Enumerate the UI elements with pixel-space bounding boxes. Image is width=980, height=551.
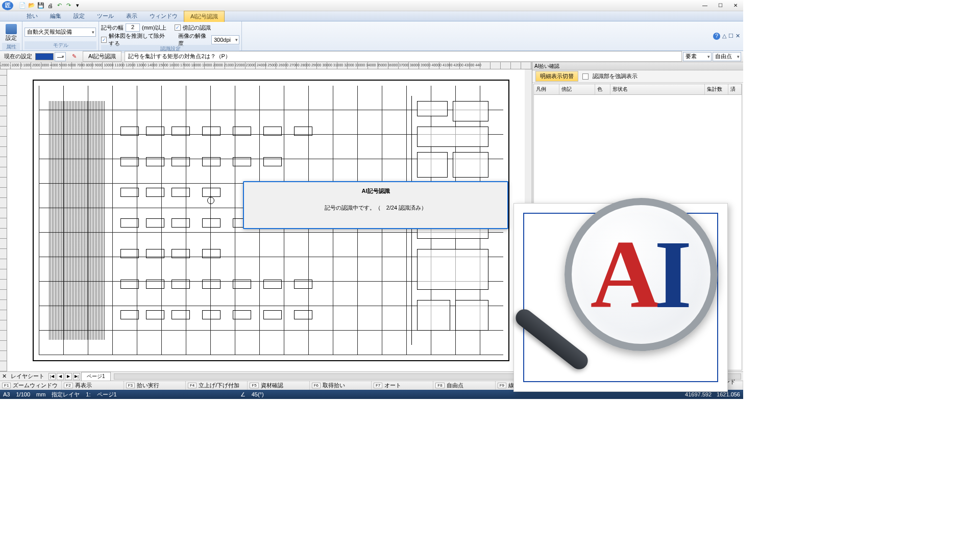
- tab-nav-first[interactable]: |◀: [48, 373, 56, 380]
- detail-toggle-button[interactable]: 明細表示切替: [535, 71, 578, 82]
- close-button[interactable]: ✕: [728, 1, 743, 11]
- tab-nav-prev[interactable]: ◀: [57, 373, 64, 380]
- canvas[interactable]: AI記号認識 記号の認識中です。（ 2/24 認識済み）: [7, 69, 525, 371]
- qat-save-icon[interactable]: 💾: [37, 2, 45, 10]
- fkey-f4[interactable]: F4立上げ/下げ付加: [186, 381, 248, 390]
- menu-ai-recognition[interactable]: AI記号認識: [184, 11, 225, 22]
- line-style-combo[interactable]: —: [55, 52, 66, 61]
- qat-dropdown-icon[interactable]: ▾: [74, 2, 82, 10]
- current-setting-label: 現在の設定: [2, 52, 34, 61]
- ribbon-restore-icon[interactable]: ☐: [728, 33, 733, 39]
- settings-button[interactable]: 設定: [2, 22, 20, 43]
- fkey-f8[interactable]: F8自由点: [433, 381, 495, 390]
- status-paper: A3: [3, 391, 10, 397]
- fkey-bar: F1ズームウィンドウF2再表示F3拾い実行F4立上げ/下げ付加F5資材確認F6取…: [0, 381, 743, 390]
- menu-edit[interactable]: 編集: [44, 11, 67, 21]
- symbol-width-unit: (mm)以上: [142, 24, 166, 32]
- fkey-f11[interactable]: F11コマンド再実行: [619, 381, 681, 390]
- menu-hiroi[interactable]: 拾い: [20, 11, 44, 21]
- status-unit: mm: [36, 391, 45, 397]
- ribbon-min-icon[interactable]: △: [722, 33, 726, 39]
- qat-new-icon[interactable]: 📄: [18, 2, 27, 10]
- sheet-tab-bar: ✕ レイヤシート |◀ ◀ ▶ ▶| ページ1: [0, 371, 743, 381]
- minimize-button[interactable]: —: [697, 1, 713, 11]
- tab-page1[interactable]: ページ1: [81, 372, 111, 381]
- dialog-title: AI記号認識: [249, 187, 502, 195]
- ai-recognition-dialog: AI記号認識 記号の認識中です。（ 2/24 認識済み）: [243, 181, 508, 229]
- horizontal-ruler: -2000 -1000 0 1000 2000 3000 4000 5000 6…: [0, 62, 532, 69]
- horizontal-scrollbar[interactable]: [114, 373, 741, 380]
- tab-nav-last[interactable]: ▶|: [73, 373, 80, 380]
- maximize-button[interactable]: ☐: [713, 1, 728, 11]
- command-prompt: 記号を集計する矩形の対角点2は？（P）: [125, 51, 682, 62]
- fkey-f6[interactable]: F6取得拾い: [310, 381, 372, 390]
- fkey-f10[interactable]: F10重複要素検索: [557, 381, 619, 390]
- fkey-f1[interactable]: F1ズームウィンドウ: [0, 381, 62, 390]
- col-legend: 凡例: [534, 84, 559, 94]
- menu-tool[interactable]: ツール: [91, 11, 120, 21]
- drawing-area[interactable]: -2000 -1000 0 1000 2000 3000 4000 5000 6…: [0, 62, 532, 371]
- menu-window[interactable]: ウィンドウ: [143, 11, 184, 21]
- layersheet-label: レイヤシート: [8, 372, 47, 380]
- resolution-combo[interactable]: 300dpi: [211, 35, 239, 44]
- status-layer: 指定レイヤ: [52, 391, 80, 398]
- qat-redo-icon[interactable]: ↷: [64, 2, 72, 10]
- highlight-label: 認識部を強調表示: [593, 72, 638, 80]
- menu-view[interactable]: 表示: [120, 11, 143, 21]
- demolish-checkbox[interactable]: ✓: [101, 37, 107, 43]
- annotation-checkbox[interactable]: ✓: [175, 24, 181, 31]
- menu-settings[interactable]: 設定: [67, 11, 91, 21]
- menu-bar: 拾い 編集 設定 ツール 表示 ウィンドウ AI記号認識: [0, 11, 743, 21]
- ribbon-help: ? △ ☐ ✕: [713, 21, 743, 51]
- col-color: 色: [595, 84, 610, 94]
- close-panel-icon[interactable]: ✕: [2, 373, 7, 380]
- fkey-f9[interactable]: F9線種: [496, 381, 557, 390]
- snap-freepoint-combo[interactable]: 自由点: [713, 52, 741, 61]
- ai-recognition-button[interactable]: AI記号認識: [83, 51, 121, 62]
- status-page-no: 1:: [86, 391, 90, 397]
- fkey-f5[interactable]: F5資材確認: [248, 381, 309, 390]
- pen-icon[interactable]: ✎: [72, 53, 77, 60]
- result-table[interactable]: 凡例 傍記 色 形状名 集計数 済: [533, 84, 742, 370]
- symbol-width-input[interactable]: 2: [126, 23, 140, 32]
- workspace: -2000 -1000 0 1000 2000 3000 4000 5000 6…: [0, 62, 743, 371]
- vertical-ruler: [0, 69, 7, 371]
- hammer-icon: [6, 24, 17, 34]
- status-angle: 45(°): [252, 391, 264, 397]
- qat-open-icon[interactable]: 📂: [28, 2, 36, 10]
- qat-print-icon[interactable]: 🖨: [46, 2, 54, 10]
- option-bar: 現在の設定 — ✎ AI記号認識 記号を集計する矩形の対角点2は？（P） 要素 …: [0, 51, 743, 62]
- fkey-f12[interactable]: F12ズームウィンドウ: [681, 381, 743, 390]
- ai-pickup-panel: AI拾い確認 明細表示切替 認識部を強調表示 凡例 傍記 色 形状名 集計数 済: [532, 62, 743, 371]
- highlight-checkbox[interactable]: [582, 73, 589, 80]
- qat-undo-icon[interactable]: ↶: [55, 2, 63, 10]
- side-panel-title: AI拾い確認: [532, 62, 743, 70]
- col-count: 集計数: [705, 84, 728, 94]
- ribbon: 設定 属性 自動火災報知設備 モデル 記号の幅 2 (mm)以上 ✓ 傍記の認識…: [0, 21, 743, 51]
- tab-nav-next[interactable]: ▶: [65, 373, 72, 380]
- vertical-scrollbar[interactable]: [525, 69, 532, 371]
- col-done: 済: [728, 84, 742, 94]
- title-bar: 匠 📄 📂 💾 🖨 ↶ ↷ ▾ — ☐ ✕: [0, 0, 743, 11]
- table-header: 凡例 傍記 色 形状名 集計数 済: [534, 84, 742, 95]
- fkey-f2[interactable]: F2再表示: [62, 381, 124, 390]
- group-zokusei: 属性: [2, 43, 20, 51]
- fkey-f3[interactable]: F3拾い実行: [124, 381, 186, 390]
- col-annotation: 傍記: [559, 84, 595, 94]
- window-controls: — ☐ ✕: [697, 1, 743, 11]
- status-x: 41697.592: [685, 391, 712, 397]
- ribbon-close-icon[interactable]: ✕: [736, 33, 740, 39]
- snap-element-combo[interactable]: 要素: [683, 52, 712, 61]
- equipment-combo[interactable]: 自動火災報知設備: [24, 28, 96, 37]
- status-scale: 1/100: [16, 391, 30, 397]
- status-y: 1621.056: [717, 391, 740, 397]
- angle-icon[interactable]: ∠: [240, 391, 246, 398]
- fkey-f7[interactable]: F7オート: [372, 381, 433, 390]
- annotation-label: 傍記の認識: [183, 24, 211, 32]
- settings-label: 設定: [6, 34, 17, 42]
- line-color-swatch[interactable]: [35, 53, 54, 60]
- app-logo-icon: 匠: [2, 1, 13, 10]
- quick-access-toolbar: 📄 📂 💾 🖨 ↶ ↷ ▾: [18, 2, 82, 10]
- help-icon[interactable]: ?: [713, 33, 720, 40]
- group-model: モデル: [24, 41, 96, 49]
